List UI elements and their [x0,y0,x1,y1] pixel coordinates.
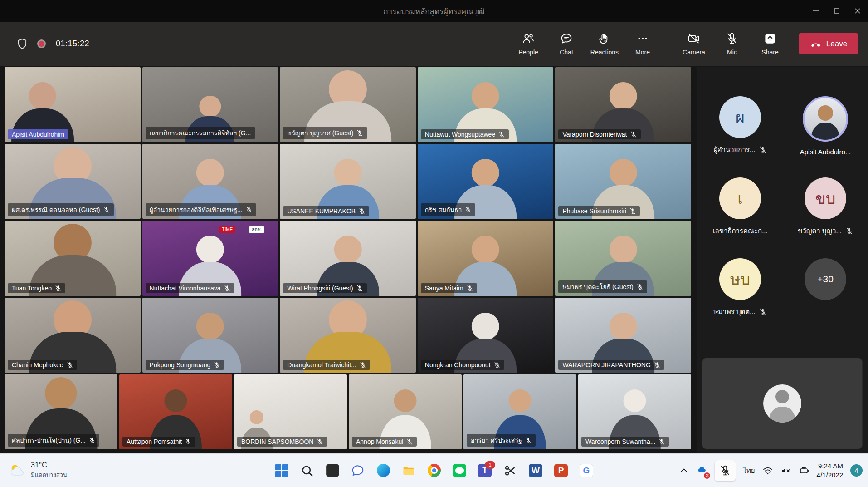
video-tile[interactable]: Tuan Tongkeo [5,221,141,295]
tray-mic-muted-button[interactable] [715,460,736,481]
video-tile[interactable]: ขวัญตา บุญวาศ (Guest) [280,67,416,142]
participant-avatar-photo[interactable] [803,96,848,142]
taskbar-google-app[interactable]: G [579,463,594,478]
taskbar-app-window[interactable] [325,463,340,478]
participant-name-label: ษมาพร บุตตะโยธี (Guest) [558,280,647,293]
taskbar-apps: T1WPG [274,454,594,487]
video-tile[interactable]: Auttapon Pomsathit [119,374,232,449]
video-tile[interactable]: Duangkamol Traiwichit... [280,298,416,373]
video-tile[interactable]: BORDIN SAPSOMBOON [234,374,347,449]
close-button[interactable] [847,0,868,22]
unread-badge: 1 [485,461,495,469]
participant-name: Varaporn Disornteriwat [562,131,627,138]
sidebar-participant[interactable]: ษบษมาพร บุตต... [702,258,779,317]
toolbar-buttons: PeopleChatReactionsMoreCameraMicShare Le… [509,31,858,57]
video-tile[interactable]: Apisit Aubdulrohim [5,67,141,142]
taskbar-snipping-tool[interactable] [503,463,517,478]
participant-initial-circle[interactable]: ขบ [805,177,846,219]
sidebar-participant[interactable]: เเลขาธิการคณะก... [702,177,779,236]
video-tile[interactable]: Chanin Mephokee [5,298,141,373]
mic-off-icon [185,438,191,445]
maximize-button[interactable] [826,0,847,22]
participant-initial-circle[interactable]: เ [719,177,761,219]
video-tile[interactable]: Annop Monsakul [349,374,462,449]
volume-muted-icon[interactable] [780,465,791,476]
wifi-icon[interactable] [762,465,773,476]
self-view-tile[interactable] [702,358,863,449]
sidebar-participant[interactable]: Apisit Aubdulro... [787,96,864,156]
onedrive-icon[interactable]: ✕ [697,464,707,477]
taskbar-chrome-browser[interactable] [427,463,441,478]
taskbar-file-explorer[interactable] [401,463,416,478]
participants-list: ผผู้อำนวยการ...Apisit Aubdulro...เเลขาธิ… [697,67,868,317]
leave-button[interactable]: Leave [799,33,858,54]
video-tile[interactable]: ศิลปากร-ปานใจ(ปาน) (G... [5,374,117,449]
toolbar-button-label: Reactions [590,49,619,56]
sidebar-participant[interactable]: +30 [787,258,864,317]
video-tile[interactable]: เลขาธิการคณะกรรมการดิจิทัลฯ (G... [142,67,278,142]
mic-off-icon [55,285,61,291]
video-tile[interactable]: TIMEสดช.Nuttachat Viroonhausava [142,221,278,295]
taskbar-chat-app[interactable] [351,463,365,478]
minimize-button[interactable] [805,0,826,22]
taskbar-weather-widget[interactable]: 31°C มีแดดบางส่วน [8,454,67,487]
mic-off-icon [658,438,665,445]
grid-row: ศิลปากร-ปานใจ(ปาน) (G...Auttapon Pomsath… [5,374,691,449]
mic-off-icon [356,285,363,291]
video-tile[interactable]: WARAPORN JIRAPANTHONG [555,298,691,373]
video-tile[interactable]: USANEE KUMPRAKOB [280,144,416,219]
sidebar-participant-name-row: เลขาธิการคณะก... [712,226,767,236]
mic-off-icon [725,32,739,45]
taskbar-line-app[interactable] [452,463,467,478]
video-tile[interactable]: ผศ.ดร.พรรณี ดอนจอหอ (Guest) [5,144,141,219]
video-tile[interactable]: อาริยา ศรีประเสริฐ [463,374,576,449]
people-icon [522,32,535,45]
video-tile[interactable]: Waroonporn Suwantha... [578,374,691,449]
video-tile[interactable]: Wirat Phongsiri (Guest) [280,221,416,295]
mic-button[interactable]: Mic [713,32,751,56]
sidebar-participant-name-row: ษมาพร บุตต... [714,306,767,317]
window-controls [805,0,868,22]
participant-name: Pokpong Songmuang [150,361,211,369]
title-bar: การอบรมหลักสูตรผู้ทรงคุณวุฒิ [0,0,868,22]
taskbar-search-button[interactable] [300,463,314,478]
battery-charging-icon[interactable] [799,465,809,476]
reactions-button[interactable]: Reactions [585,32,624,56]
video-tile[interactable]: Nuttawut Wongsuptawee [418,67,554,142]
video-tile[interactable]: ษมาพร บุตตะโยธี (Guest) [555,221,691,295]
sidebar-participant[interactable]: ผผู้อำนวยการ... [702,96,779,156]
camera-button[interactable]: Camera [675,32,713,56]
participant-initial-circle[interactable]: ษบ [719,258,761,300]
participant-name: กริช สมกันธา [425,205,462,215]
mic-off-icon [630,131,637,138]
slide-logo: สดช. [249,226,264,233]
taskbar-powerpoint-app[interactable]: P [554,463,568,478]
video-tile[interactable]: Sanya Mitaim [418,221,554,295]
chat-button[interactable]: Chat [547,32,585,56]
more-button[interactable]: More [624,32,662,56]
video-tile[interactable]: Pokpong Songmuang [142,298,278,373]
video-tile[interactable]: Phubase Srisunthrnsiri [555,144,691,219]
people-button[interactable]: People [509,32,547,56]
share-button[interactable]: Share [751,32,789,56]
video-tile[interactable]: Nongkran Chompoonut [418,298,554,373]
meeting-toolbar: 01:15:22 PeopleChatReactionsMoreCameraMi… [0,22,868,66]
taskbar-word-app[interactable]: W [528,463,543,478]
sidebar-participant[interactable]: ขบขวัญตา บุญว... [787,177,864,236]
language-indicator[interactable]: ไทย [743,465,755,476]
taskbar-teams-app[interactable]: T1 [478,463,492,478]
video-tile[interactable]: กริช สมกันธา [418,144,554,219]
video-tile[interactable]: Varaporn Disornteriwat [555,67,691,142]
taskbar-clock[interactable]: 9:24 AM 4/1/2022 [817,462,843,479]
share-icon [763,32,777,45]
video-tile[interactable]: ผู้อำนวยการกองดิจิทัลเพื่อเศรษฐ... [142,144,278,219]
participant-initial-circle[interactable]: ผ [719,96,761,138]
taskbar-start-button[interactable] [274,463,289,478]
participant-name-label: อาริยา ศรีประเสริฐ [467,434,536,447]
overflow-count-circle[interactable]: +30 [805,258,846,300]
mic-off-icon [759,146,766,153]
taskbar-edge-browser[interactable] [376,463,390,478]
chevron-up-icon[interactable] [678,465,689,476]
participant-name-label: Annop Monsakul [352,437,417,447]
notification-count-badge[interactable]: 4 [850,464,863,477]
